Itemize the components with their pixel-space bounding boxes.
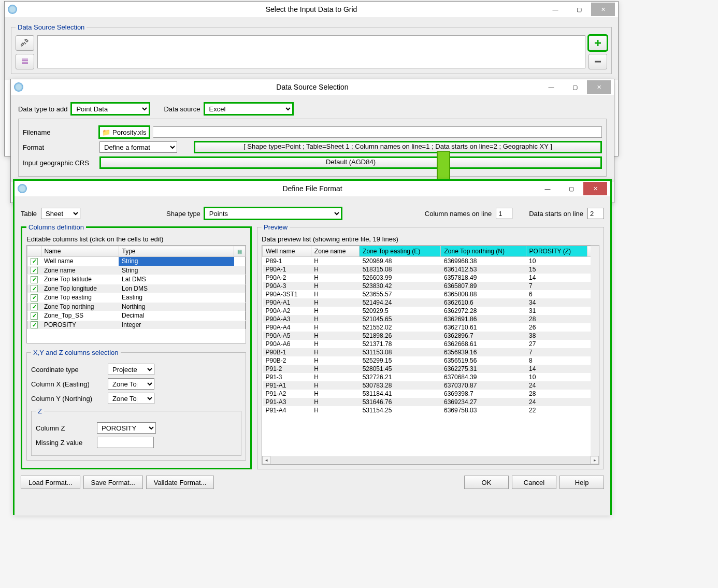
datastart-input[interactable] — [587, 208, 604, 219]
scroll-right-button[interactable]: ▸ — [591, 456, 599, 464]
col-name[interactable]: Zone name — [41, 266, 119, 275]
checkbox-icon[interactable] — [31, 303, 38, 310]
scroll-left-button[interactable]: ◂ — [262, 456, 270, 464]
table-row[interactable]: P90A-3ST1H523655.576365808.886 — [263, 290, 599, 298]
list-button[interactable] — [16, 54, 34, 69]
minimize-button[interactable]: — — [539, 80, 563, 94]
colx-select[interactable]: Zone Top ea — [108, 378, 154, 390]
preview-header[interactable]: Zone name — [311, 246, 359, 257]
remove-button[interactable] — [588, 54, 607, 69]
table-row[interactable]: Well nameString — [27, 257, 246, 266]
table-row[interactable]: Zone_Top_SSDecimal — [27, 311, 246, 321]
table-row[interactable]: Zone Top eastingEasting — [27, 293, 246, 303]
close-button[interactable]: ✕ — [587, 80, 611, 94]
table-row[interactable]: P91-A3H531646.766369234.2724 — [263, 398, 599, 406]
vertical-scrollbar[interactable] — [591, 246, 599, 456]
data-type-select[interactable]: Point Data — [71, 103, 149, 114]
col-type[interactable]: String — [119, 257, 234, 266]
crs-button[interactable]: Default (AGD84) — [99, 156, 602, 169]
table-row[interactable]: P90A-2H526603.996357818.4914 — [263, 274, 599, 282]
preview-header[interactable]: Zone Top northing (N) — [441, 246, 526, 257]
checkbox-icon[interactable] — [31, 285, 38, 292]
table-row[interactable]: P91-A1H530783.286370370.8724 — [263, 381, 599, 390]
table-row[interactable]: P91-2H528051.456362275.3114 — [263, 365, 599, 373]
table-row[interactable]: P90A-A5H521898.266362896.738 — [263, 332, 599, 340]
preview-header[interactable]: POROSITY (Z) — [526, 246, 587, 257]
validate-format-button[interactable]: Validate Format... — [146, 476, 214, 489]
col-name[interactable]: Zone Top easting — [41, 293, 119, 303]
save-format-button[interactable]: Save Format... — [83, 476, 143, 489]
col-type[interactable]: Lon DMS — [119, 284, 234, 293]
table-row[interactable]: Zone Top northingNorthing — [27, 302, 246, 311]
col-name[interactable]: Zone_Top_SS — [41, 311, 119, 321]
col-name[interactable]: Zone Top northing — [41, 302, 119, 311]
table-row[interactable]: Zone Top latitudeLat DMS — [27, 275, 246, 284]
checkbox-icon[interactable] — [31, 312, 38, 320]
col-name[interactable]: Zone Top longitude — [41, 284, 119, 293]
horizontal-scrollbar[interactable]: ◂ ▸ — [262, 456, 599, 464]
table-row[interactable]: P90A-A3H521045.656362691.8628 — [263, 315, 599, 323]
col-type[interactable]: Easting — [119, 293, 234, 303]
filename-display[interactable]: 📁 Porosity.xls — [99, 126, 149, 138]
table-select[interactable]: Sheet 1 — [41, 208, 80, 219]
col-type[interactable]: Lat DMS — [119, 275, 234, 284]
table-row[interactable]: P89-1H520969.486369968.3810 — [263, 257, 599, 266]
table-row[interactable]: P91-3H532726.216370684.3910 — [263, 373, 599, 381]
tools-button[interactable] — [16, 35, 34, 51]
table-row[interactable]: P90A-A6H521371.786362668.6127 — [263, 340, 599, 348]
columns-table[interactable]: Name Type ▦ Well nameStringZone nameStri… — [27, 246, 246, 329]
checkbox-icon[interactable] — [31, 258, 38, 265]
colz-select[interactable]: POROSITY — [97, 422, 156, 434]
table-row[interactable]: Zone Top longitudeLon DMS — [27, 284, 246, 293]
load-format-button[interactable]: Load Format... — [21, 476, 80, 489]
table-row[interactable]: P90A-A4H521552.026362710.6126 — [263, 323, 599, 332]
table-row[interactable]: Zone nameString — [27, 266, 246, 275]
maximize-button[interactable]: ▢ — [559, 182, 583, 195]
table-row[interactable]: P90A-1H518315.086361412.5315 — [263, 265, 599, 274]
format-summary-button[interactable]: [ Shape type=Point ; Table=Sheet 1 ; Col… — [194, 141, 602, 153]
coord-type-select[interactable]: Projected — [108, 364, 154, 375]
config-icon[interactable]: ▦ — [237, 249, 242, 254]
col-type[interactable]: Northing — [119, 302, 234, 311]
coly-select[interactable]: Zone Top no — [108, 393, 154, 404]
help-button[interactable]: Help — [559, 476, 604, 489]
minimize-button[interactable]: — — [536, 182, 559, 195]
colnames-input[interactable] — [496, 208, 512, 219]
shape-type-select[interactable]: Points — [205, 208, 341, 219]
table-row[interactable]: POROSITYInteger — [27, 320, 246, 329]
table-row[interactable]: P91-A4H531154.256369758.0322 — [263, 406, 599, 414]
minimize-button[interactable]: — — [543, 3, 567, 16]
format-select[interactable]: Define a format — [99, 141, 177, 153]
checkbox-icon[interactable] — [31, 294, 38, 302]
table-row[interactable]: P90A-A2H520929.56362972.2831 — [263, 307, 599, 315]
window-define-file-format[interactable]: Define File Format — ▢ ✕ Table Sheet 1 S… — [13, 179, 612, 515]
close-button[interactable]: ✕ — [583, 182, 607, 195]
preview-header[interactable]: Well name — [263, 246, 311, 257]
col-type[interactable]: Decimal — [119, 311, 234, 321]
col-type[interactable]: Integer — [119, 320, 234, 329]
maximize-button[interactable]: ▢ — [563, 80, 587, 94]
missz-input[interactable] — [97, 437, 154, 448]
table-row[interactable]: P90A-3H523830.426365807.897 — [263, 282, 599, 290]
data-source-select[interactable]: Excel — [205, 103, 293, 114]
checkbox-icon[interactable] — [31, 267, 38, 274]
checkbox-icon[interactable] — [31, 321, 38, 328]
maximize-button[interactable]: ▢ — [567, 3, 591, 16]
col-name[interactable]: POROSITY — [41, 320, 119, 329]
close-button[interactable]: ✕ — [591, 3, 615, 16]
col-name[interactable]: Well name — [41, 257, 119, 266]
table-row[interactable]: P90B-1H531153.086356939.167 — [263, 348, 599, 356]
ok-button[interactable]: OK — [464, 476, 509, 489]
table-row[interactable]: P90B-2H525299.156356519.568 — [263, 356, 599, 365]
data-source-list[interactable] — [37, 35, 585, 68]
col-type[interactable]: String — [119, 266, 234, 275]
add-button[interactable] — [588, 35, 607, 51]
table-row[interactable]: P90A-A1H521494.246362610.634 — [263, 298, 599, 307]
checkbox-icon[interactable] — [31, 276, 38, 283]
preview-header[interactable]: Zone Top easting (E) — [360, 246, 441, 257]
col-name[interactable]: Zone Top latitude — [41, 275, 119, 284]
cancel-button[interactable]: Cancel — [512, 476, 556, 489]
preview-table[interactable]: Well nameZone nameZone Top easting (E)Zo… — [262, 246, 599, 414]
table-row[interactable]: P91-A2H531184.416369398.728 — [263, 390, 599, 398]
filename-path-field[interactable] — [153, 126, 602, 138]
